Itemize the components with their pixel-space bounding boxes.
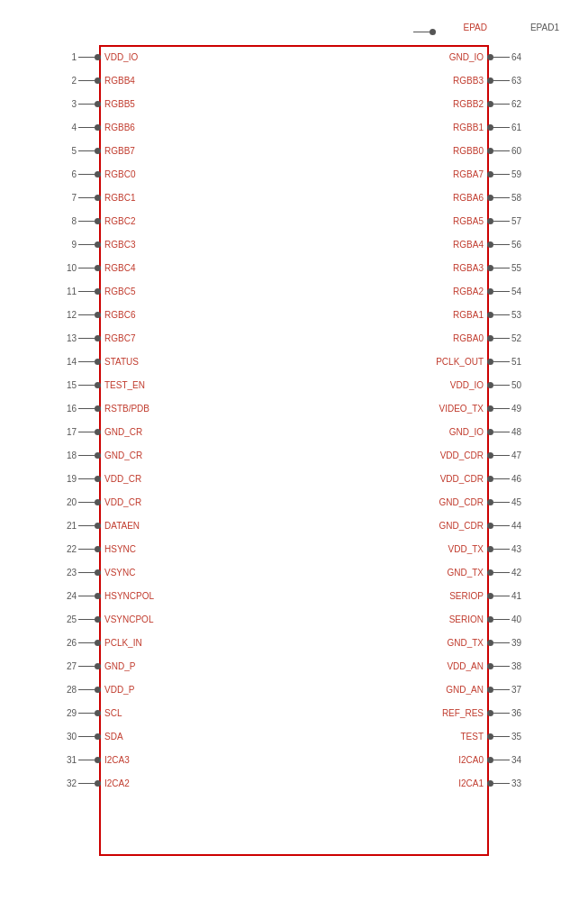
left-label-11: RGBC5 — [104, 279, 135, 303]
right-label-39: GND_TX — [447, 631, 484, 654]
right-label-33: I2CA1 — [458, 771, 484, 795]
left-pin-9: 9 — [62, 232, 101, 256]
right-pin-50: 50 — [487, 373, 526, 396]
left-pin-12: 12 — [62, 303, 101, 326]
left-pin-26: 26 — [62, 631, 101, 654]
left-label-29: SCL — [104, 701, 122, 724]
epad-number: EPAD1 — [530, 23, 561, 32]
right-label-35: TEST — [460, 724, 484, 748]
left-label-18: GND_CR — [104, 443, 142, 467]
left-label-32: I2CA2 — [104, 771, 130, 795]
right-label-44: GND_CDR — [439, 514, 484, 537]
left-label-14: STATUS — [104, 350, 139, 373]
left-pin-7: 7 — [62, 186, 101, 209]
left-pin-2: 2 — [62, 68, 101, 92]
left-pin-1: 1 — [62, 45, 101, 68]
left-label-4: RGBB6 — [104, 115, 135, 139]
left-label-26: PCLK_IN — [104, 631, 142, 654]
left-pin-11: 11 — [62, 279, 101, 303]
left-pin-19: 19 — [62, 467, 101, 490]
left-label-25: VSYNCPOL — [104, 607, 153, 631]
right-pin-62: 62 — [487, 92, 526, 115]
right-pin-55: 55 — [487, 256, 526, 279]
left-pin-18: 18 — [62, 443, 101, 467]
left-pin-10: 10 — [62, 256, 101, 279]
right-pin-40: 40 — [487, 607, 526, 631]
right-pin-44: 44 — [487, 514, 526, 537]
ic-body — [99, 45, 489, 856]
right-label-36: REF_RES — [442, 701, 484, 724]
right-pin-33: 33 — [487, 771, 526, 795]
left-pin-27: 27 — [62, 654, 101, 678]
right-label-54: RGBA2 — [453, 279, 484, 303]
right-pin-36: 36 — [487, 701, 526, 724]
left-label-7: RGBC1 — [104, 186, 135, 209]
right-pin-43: 43 — [487, 537, 526, 560]
left-label-17: GND_CR — [104, 420, 142, 443]
left-label-10: RGBC4 — [104, 256, 135, 279]
left-label-5: RGBB7 — [104, 139, 135, 162]
left-pin-32: 32 — [62, 771, 101, 795]
left-pin-21: 21 — [62, 514, 101, 537]
right-pin-41: 41 — [487, 584, 526, 607]
right-pin-42: 42 — [487, 560, 526, 584]
right-pin-61: 61 — [487, 115, 526, 139]
right-label-47: VDD_CDR — [440, 443, 484, 467]
right-label-50: VDD_IO — [450, 373, 484, 396]
right-pin-53: 53 — [487, 303, 526, 326]
left-label-24: HSYNCPOL — [104, 584, 154, 607]
right-label-52: RGBA0 — [453, 326, 484, 350]
right-label-58: RGBA6 — [453, 186, 484, 209]
left-pin-4: 4 — [62, 115, 101, 139]
right-label-46: VDD_CDR — [440, 467, 484, 490]
right-label-42: GND_TX — [447, 560, 484, 584]
right-label-60: RGBB0 — [453, 139, 484, 162]
ic-container: EPAD EPAD1 12345678910111213141516171819… — [27, 18, 561, 883]
right-pin-39: 39 — [487, 631, 526, 654]
left-pin-8: 8 — [62, 209, 101, 232]
right-label-57: RGBA5 — [453, 209, 484, 232]
left-pin-31: 31 — [62, 748, 101, 771]
left-pin-5: 5 — [62, 139, 101, 162]
right-label-48: GND_IO — [449, 420, 484, 443]
left-pin-3: 3 — [62, 92, 101, 115]
right-label-49: VIDEO_TX — [439, 396, 484, 420]
left-label-27: GND_P — [104, 654, 135, 678]
left-label-20: VDD_CR — [104, 490, 141, 514]
left-label-15: TEST_EN — [104, 373, 145, 396]
right-pin-48: 48 — [487, 420, 526, 443]
right-label-61: RGBB1 — [453, 115, 484, 139]
right-label-55: RGBA3 — [453, 256, 484, 279]
left-pin-16: 16 — [62, 396, 101, 420]
left-pin-20: 20 — [62, 490, 101, 514]
left-pin-15: 15 — [62, 373, 101, 396]
right-label-41: SERIOP — [449, 584, 484, 607]
left-pin-6: 6 — [62, 162, 101, 186]
left-label-23: VSYNC — [104, 560, 135, 584]
left-label-16: RSTB/PDB — [104, 396, 149, 420]
left-label-28: VDD_P — [104, 678, 134, 701]
right-pin-64: 64 — [487, 45, 526, 68]
right-label-64: GND_IO — [449, 45, 484, 68]
right-label-63: RGBB3 — [453, 68, 484, 92]
left-pin-25: 25 — [62, 607, 101, 631]
left-pin-30: 30 — [62, 724, 101, 748]
right-pin-45: 45 — [487, 490, 526, 514]
right-pin-47: 47 — [487, 443, 526, 467]
left-pin-17: 17 — [62, 420, 101, 443]
right-pin-56: 56 — [487, 232, 526, 256]
left-pin-28: 28 — [62, 678, 101, 701]
right-label-40: SERION — [449, 607, 484, 631]
right-label-56: RGBA4 — [453, 232, 484, 256]
right-label-53: RGBA1 — [453, 303, 484, 326]
left-pin-13: 13 — [62, 326, 101, 350]
left-label-19: VDD_CR — [104, 467, 141, 490]
right-pin-37: 37 — [487, 678, 526, 701]
left-label-2: RGBB4 — [104, 68, 135, 92]
right-pin-57: 57 — [487, 209, 526, 232]
left-label-21: DATAEN — [104, 514, 140, 537]
right-label-43: VDD_TX — [448, 537, 484, 560]
left-pin-24: 24 — [62, 584, 101, 607]
right-label-51: PCLK_OUT — [436, 350, 484, 373]
right-pin-34: 34 — [487, 748, 526, 771]
